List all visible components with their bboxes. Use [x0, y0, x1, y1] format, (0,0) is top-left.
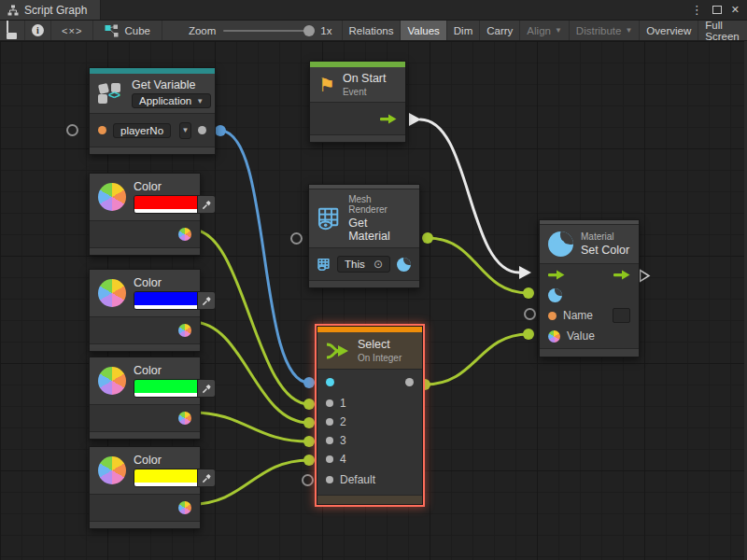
open-port-get-material-target[interactable]	[290, 232, 303, 245]
lock-icon	[7, 21, 18, 39]
node-subtitle: Event	[343, 87, 387, 97]
node-on-start[interactable]: ⚑ On Start Event	[309, 61, 406, 143]
graph-hierarchy-icon	[7, 5, 19, 16]
node-get-material[interactable]: Mesh Renderer Get Material This ⊙	[308, 184, 420, 288]
param-label: Name	[563, 309, 593, 322]
toolbar-button-dim[interactable]: Dim	[447, 21, 480, 40]
material-input-port[interactable]	[548, 288, 562, 302]
output-port[interactable]	[198, 126, 206, 134]
color-output-port[interactable]	[178, 324, 191, 337]
option-label: 3	[340, 434, 346, 447]
connection-select-value[interactable]	[425, 334, 529, 385]
connection-playerno-select[interactable]	[220, 131, 309, 383]
graph-target-button[interactable]: Cube	[93, 21, 162, 40]
info-button[interactable]: i	[25, 21, 51, 40]
toolbar-button-values[interactable]: Values	[401, 21, 446, 40]
color-output-port[interactable]	[178, 501, 191, 514]
node-category: Material	[581, 231, 629, 242]
color-output-port[interactable]	[178, 412, 191, 425]
node-color-yellow[interactable]: Color	[89, 446, 201, 529]
toolbar-button-overview[interactable]: Overview	[640, 21, 698, 40]
node-category: Mesh Renderer	[348, 194, 411, 215]
option-port-2[interactable]	[326, 418, 333, 426]
option-label: 2	[340, 415, 346, 428]
option-port-1[interactable]	[326, 399, 333, 407]
select-output-port[interactable]	[405, 378, 414, 386]
variable-name-dropdown-button[interactable]: ▼	[179, 122, 191, 139]
flow-output-port[interactable]	[380, 114, 397, 124]
connection-endpoint	[523, 287, 534, 299]
variable-name-field[interactable]: playerNo	[113, 123, 171, 138]
zoom-slider-handle[interactable]	[303, 25, 315, 36]
flow-output-port[interactable]	[613, 270, 630, 280]
selector-input-port[interactable]	[326, 378, 334, 386]
graph-target-icon	[105, 24, 119, 37]
value-port[interactable]	[98, 126, 106, 134]
option-port-default[interactable]	[326, 476, 333, 483]
color-swatch-field[interactable]	[134, 195, 216, 214]
node-get-variable[interactable]: <> Get Variable Application ▼ playerNo ▼	[89, 67, 216, 155]
object-picker-icon[interactable]: ⊙	[374, 258, 383, 271]
node-title: Color	[134, 180, 216, 193]
toolbar-button-carry[interactable]: Carry	[480, 21, 520, 40]
flow-input-port[interactable]	[548, 270, 565, 280]
connection-color3-select[interactable]	[192, 413, 309, 441]
toolbar-button-relations[interactable]: Relations	[343, 21, 402, 40]
eyedropper-icon[interactable]	[197, 380, 215, 397]
eyedropper-icon[interactable]	[197, 196, 215, 213]
flow-continuation-icon	[639, 269, 651, 283]
info-icon: i	[32, 24, 44, 36]
code-view-button[interactable]: <×>	[51, 21, 93, 40]
eyedropper-icon[interactable]	[197, 292, 215, 309]
connection-endpoint	[303, 399, 315, 410]
toolbar-button-distribute[interactable]: Distribute▼	[570, 21, 641, 40]
connection-endpoint	[303, 377, 315, 388]
option-port-3[interactable]	[326, 437, 333, 444]
node-footer	[309, 280, 419, 287]
zoom-slider[interactable]	[223, 30, 313, 32]
option-label: 1	[340, 397, 346, 410]
toolbar-button-fullscreen[interactable]: Full Screen	[698, 21, 747, 40]
variable-scope-dropdown[interactable]: Application ▼	[132, 93, 211, 108]
material-output-port[interactable]	[397, 258, 411, 272]
chevron-down-icon: ▼	[196, 97, 204, 105]
value-input-port[interactable]	[548, 330, 560, 343]
node-color-green[interactable]: Color	[89, 357, 201, 440]
node-color-blue[interactable]: Color	[89, 269, 201, 352]
chevron-down-icon: ▼	[555, 26, 562, 35]
color-swatch-field[interactable]	[134, 469, 216, 487]
node-footer	[310, 134, 405, 142]
target-field[interactable]: This ⊙	[337, 256, 390, 273]
color-wheel-icon	[98, 456, 126, 484]
node-color-red[interactable]: Color	[89, 173, 201, 256]
connection-getmaterial-setcolor[interactable]	[428, 238, 529, 293]
maximize-icon[interactable]	[712, 6, 722, 14]
color-wheel-icon	[98, 367, 126, 395]
target-port-icon[interactable]	[317, 259, 331, 271]
color-output-port[interactable]	[178, 228, 191, 241]
zoom-label: Zoom	[189, 25, 216, 36]
chevron-down-icon: ▼	[625, 26, 632, 35]
material-icon	[548, 231, 573, 257]
node-footer	[90, 431, 200, 439]
lock-button[interactable]	[0, 21, 25, 40]
color-swatch-field[interactable]	[134, 379, 216, 398]
window-menu-icon[interactable]: ⋮	[691, 4, 703, 16]
node-select[interactable]: Select On Integer 1 2 3 4	[317, 326, 423, 505]
name-text-input[interactable]	[613, 308, 630, 323]
node-set-color[interactable]: Material Set Color Name	[539, 219, 640, 357]
connection-onstart-setcolor[interactable]	[420, 119, 519, 273]
tab-script-graph[interactable]: Script Graph	[0, 0, 101, 20]
close-icon[interactable]: ✕	[731, 5, 740, 15]
graph-target-label: Cube	[124, 25, 150, 36]
toolbar-button-align[interactable]: Align▼	[520, 21, 570, 40]
node-title: Set Color	[581, 244, 629, 257]
open-port-get-variable-fallback[interactable]	[66, 124, 78, 136]
eyedropper-icon[interactable]	[197, 469, 215, 486]
name-input-port[interactable]	[548, 312, 557, 320]
open-port-select-default[interactable]	[302, 474, 314, 486]
option-port-4[interactable]	[326, 455, 333, 463]
graph-canvas[interactable]: <> Get Variable Application ▼ playerNo ▼	[0, 41, 747, 560]
open-port-setcolor-name[interactable]	[524, 308, 536, 320]
color-swatch-field[interactable]	[134, 291, 216, 310]
